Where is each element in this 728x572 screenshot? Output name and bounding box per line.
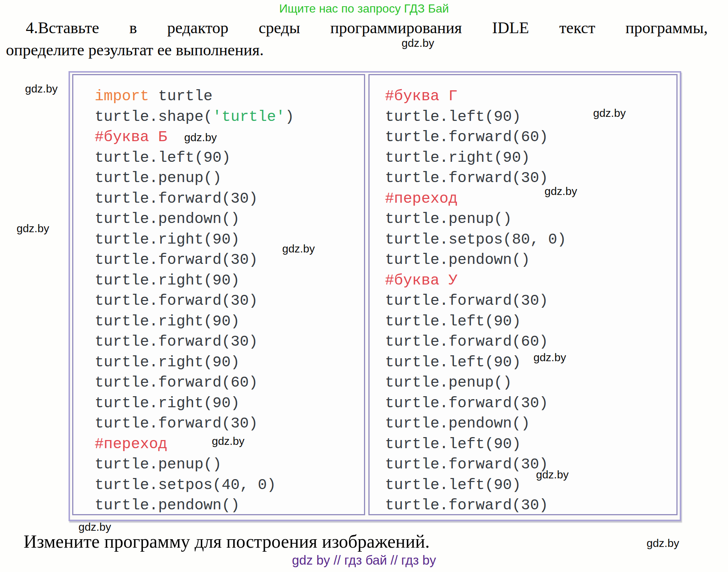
code-token: turtle.forward(30)	[385, 497, 548, 514]
code-line: turtle.setpos(80, 0)	[385, 230, 676, 250]
code-token: turtle.left(90)	[385, 436, 521, 453]
code-token: #буква Г	[385, 88, 458, 105]
code-line: turtle.right(90)	[95, 393, 364, 414]
code-line: turtle.forward(30)	[385, 495, 676, 516]
code-line: #переход	[385, 189, 676, 209]
code-token: )	[285, 108, 294, 125]
code-token: turtle.forward(30)	[95, 333, 258, 350]
code-token: turtle.penup()	[95, 170, 221, 186]
gdz-watermark: gdz.by	[212, 435, 244, 447]
code-token: turtle.left(90)	[385, 108, 521, 125]
code-line: turtle.pendown()	[95, 495, 364, 516]
code-line: turtle.left(90)	[385, 352, 676, 373]
code-line: turtle.pendown()	[385, 414, 676, 434]
task-followup-text: Измените программу для построения изобра…	[24, 531, 430, 552]
code-line: turtle.forward(30)	[95, 332, 364, 352]
code-panel-right: #буква Гturtle.left(90)turtle.forward(60…	[368, 74, 678, 515]
code-line: #буква Б	[95, 127, 364, 148]
gdz-watermark: gdz.by	[593, 107, 626, 119]
code-line: turtle.setpos(40, 0)	[95, 475, 364, 496]
code-token: turtle.left(90)	[385, 354, 521, 371]
code-panel-left: import turtleturtle.shape('turtle')#букв…	[72, 74, 365, 515]
code-token: #переход	[385, 190, 458, 207]
code-line: turtle.left(90)	[385, 107, 676, 128]
code-line: turtle.forward(30)	[385, 291, 676, 311]
gdz-watermark: gdz.by	[282, 243, 315, 255]
code-line: turtle.pendown()	[385, 250, 676, 271]
gdz-watermark: gdz.by	[545, 185, 577, 198]
code-screenshot-frame: import turtleturtle.shape('turtle')#букв…	[69, 71, 681, 521]
code-line: turtle.forward(30)	[385, 454, 676, 475]
code-token: turtle.forward(30)	[385, 170, 548, 186]
code-token: #переход	[95, 436, 167, 453]
code-line: turtle.penup()	[95, 168, 364, 189]
code-line: turtle.forward(60)	[385, 127, 676, 148]
code-token: turtle.forward(60)	[385, 333, 548, 350]
code-line: turtle.left(90)	[385, 311, 676, 332]
code-token: turtle	[149, 88, 213, 105]
code-token: turtle.forward(30)	[95, 292, 258, 309]
code-token: turtle.right(90)	[385, 149, 530, 166]
gdz-watermark: gdz.by	[25, 83, 57, 95]
gdz-watermark: gdz.by	[533, 351, 566, 364]
code-line: turtle.forward(30)	[95, 291, 364, 311]
code-token: turtle.setpos(80, 0)	[385, 231, 566, 248]
code-token: turtle.setpos(40, 0)	[95, 477, 276, 493]
code-line: turtle.forward(30)	[385, 168, 676, 189]
code-line: turtle.penup()	[385, 209, 676, 230]
code-line: turtle.forward(30)	[95, 414, 364, 434]
gdz-watermark: gdz.by	[184, 131, 217, 144]
code-line: turtle.forward(30)	[95, 189, 364, 209]
code-token: turtle.shape(	[95, 108, 213, 125]
page: Ищите нас по запросу ГДЗ Бай 4.Вставьте …	[0, 0, 728, 572]
code-token: turtle.right(90)	[95, 272, 240, 289]
task-text-line1: 4.Вставьте в редактор среды программиров…	[26, 18, 708, 37]
code-token: turtle.pendown()	[385, 415, 530, 432]
gdz-watermark: gdz.by	[647, 537, 679, 550]
code-token: turtle.penup()	[385, 210, 512, 227]
code-line: #буква У	[385, 271, 676, 291]
code-line: turtle.penup()	[95, 454, 364, 475]
task-text-line2: определите результат ее выполнения.	[6, 41, 264, 59]
code-line: import turtle	[95, 86, 364, 107]
gdz-watermark: gdz.by	[536, 468, 568, 481]
code-line: turtle.left(90)	[385, 475, 676, 496]
code-token: turtle.penup()	[385, 374, 512, 391]
code-line: turtle.left(90)	[385, 434, 676, 455]
code-token: turtle.pendown()	[385, 251, 530, 268]
code-token: turtle.pendown()	[95, 497, 240, 514]
gdz-watermark: gdz.by	[17, 222, 49, 235]
code-token: turtle.right(90)	[95, 354, 240, 371]
code-line: turtle.right(90)	[385, 148, 676, 168]
code-line: turtle.left(90)	[95, 148, 364, 168]
code-token: #буква Б	[95, 129, 167, 146]
code-token: turtle.forward(30)	[385, 292, 548, 309]
gdz-watermark: gdz.by	[78, 521, 111, 533]
site-footer-text: gdz by // гдз бай // гдз by	[0, 553, 728, 568]
code-token: turtle.right(90)	[95, 231, 240, 248]
code-token: turtle.right(90)	[95, 313, 240, 330]
code-token: turtle.left(90)	[385, 477, 521, 493]
code-token: turtle.forward(60)	[385, 129, 548, 146]
code-line: turtle.forward(60)	[95, 373, 364, 393]
code-line: turtle.pendown()	[95, 209, 364, 230]
code-token: import	[95, 88, 149, 105]
code-token: turtle.forward(30)	[95, 415, 258, 432]
code-line: turtle.right(90)	[95, 352, 364, 373]
code-token: turtle.forward(30)	[385, 456, 548, 473]
code-line: turtle.forward(60)	[385, 332, 676, 352]
code-line: turtle.right(90)	[95, 271, 364, 291]
code-line: turtle.forward(30)	[385, 393, 676, 414]
gdz-watermark: gdz.by	[402, 37, 434, 49]
code-token: turtle.forward(30)	[385, 395, 548, 412]
code-listing-right: #буква Гturtle.left(90)turtle.forward(60…	[370, 75, 676, 516]
code-token: 'turtle'	[213, 108, 285, 125]
code-line: turtle.penup()	[385, 373, 676, 393]
code-token: turtle.penup()	[95, 456, 221, 473]
code-line: turtle.right(90)	[95, 230, 364, 250]
code-line: #буква Г	[385, 86, 676, 107]
code-line: turtle.right(90)	[95, 311, 364, 332]
code-line: turtle.forward(30)	[95, 250, 364, 271]
code-token: turtle.right(90)	[95, 395, 240, 412]
code-line: turtle.shape('turtle')	[95, 107, 364, 128]
